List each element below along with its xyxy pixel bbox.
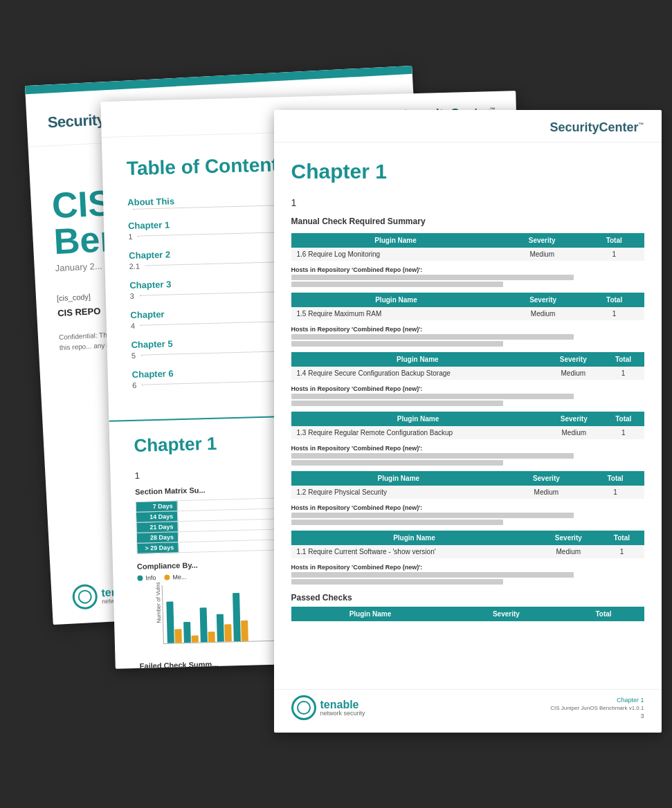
host-bar-2 bbox=[291, 334, 574, 340]
col-plugin-name: Plugin Name bbox=[291, 607, 450, 621]
plugin-table-6: Plugin Name Severity Total 1.1 Require C… bbox=[291, 531, 644, 558]
chart-y-label: Number of Vulns bbox=[154, 582, 162, 623]
plugin-table-5: Plugin Name Severity Total 1.2 Require P… bbox=[291, 471, 644, 499]
plugin-block-2: Plugin Name Severity Total 1.5 Require M… bbox=[291, 293, 644, 347]
footer-chapter: Chapter 1 bbox=[617, 697, 644, 704]
detail-tenable-inner-icon bbox=[297, 701, 311, 715]
legend-medium: Me... bbox=[164, 573, 186, 581]
detail-footer-right: Chapter 1 CIS Juniper JunOS Benchmark v1… bbox=[550, 697, 644, 719]
total-3: 1 bbox=[602, 367, 644, 380]
total-2: 1 bbox=[585, 307, 644, 320]
detail-body: Chapter 1 1 Manual Check Required Summar… bbox=[274, 143, 662, 641]
host-bar-6 bbox=[291, 572, 574, 578]
detail-chapter-title: Chapter 1 bbox=[291, 160, 644, 183]
host-bar-1 bbox=[291, 275, 574, 280]
host-bar-5 bbox=[291, 513, 574, 518]
legend-info: Info bbox=[137, 574, 156, 582]
detail-tenable-logo: tenable network security bbox=[291, 695, 365, 720]
manual-check-title: Manual Check Required Summary bbox=[291, 217, 644, 226]
host-label-5: Hosts in Repository 'Combined Repo (new)… bbox=[291, 504, 644, 511]
total-6: 1 bbox=[599, 545, 644, 558]
severity-5: Medium bbox=[506, 486, 586, 499]
col-severity: Severity bbox=[501, 293, 584, 307]
col-total: Total bbox=[587, 471, 644, 486]
host-label-2: Hosts in Repository 'Combined Repo (new)… bbox=[291, 326, 644, 333]
table-row: 1.2 Require Physical Security Medium 1 bbox=[291, 486, 644, 499]
col-plugin-name: Plugin Name bbox=[291, 293, 502, 307]
col-total: Total bbox=[603, 412, 644, 426]
host-bar-1b bbox=[291, 282, 503, 287]
severity-4: Medium bbox=[545, 426, 603, 439]
matrix-row-label: 7 Days bbox=[136, 501, 177, 513]
table-header-row: Plugin Name Severity Total bbox=[291, 412, 644, 426]
col-severity: Severity bbox=[500, 233, 584, 248]
host-bar-2b bbox=[291, 341, 503, 347]
severity-2: Medium bbox=[501, 307, 584, 320]
plugin-block-4: Plugin Name Severity Total 1.3 Require R… bbox=[291, 412, 644, 466]
detail-tenable-text-area: tenable network security bbox=[320, 699, 365, 717]
passed-title: Passed Checks bbox=[291, 593, 644, 603]
severity-6: Medium bbox=[537, 545, 599, 558]
plugin-name-3: 1.4 Require Secure Configuration Backup … bbox=[291, 367, 545, 380]
col-plugin-name: Plugin Name bbox=[291, 531, 538, 545]
col-plugin-name: Plugin Name bbox=[291, 352, 545, 367]
total-4: 1 bbox=[603, 426, 644, 439]
detail-sc-logo: SecurityCenter™ bbox=[550, 120, 644, 135]
table-row: 1.5 Require Maximum RAM Medium 1 bbox=[291, 307, 644, 320]
host-label-3: Hosts in Repository 'Combined Repo (new)… bbox=[291, 385, 644, 392]
detail-section-num: 1 bbox=[291, 197, 644, 208]
tenable-circle-icon bbox=[71, 584, 98, 610]
footer-doc-title: CIS Juniper JunOS Benchmark v1.0.1 bbox=[550, 705, 644, 711]
matrix-row-label: 21 Days bbox=[136, 522, 177, 533]
plugin-block-5: Plugin Name Severity Total 1.2 Require P… bbox=[291, 471, 644, 525]
table-header-row: Plugin Name Severity Total bbox=[291, 531, 644, 545]
detail-header: SecurityCenter™ bbox=[274, 110, 662, 143]
footer-page-num: 3 bbox=[640, 713, 644, 719]
col-severity: Severity bbox=[506, 471, 586, 486]
passed-table: Plugin Name Severity Total bbox=[291, 607, 644, 621]
detail-tenable-sub: network security bbox=[320, 710, 365, 717]
host-bar-3b bbox=[291, 401, 503, 406]
host-label-6: Hosts in Repository 'Combined Repo (new)… bbox=[291, 564, 644, 571]
col-severity: Severity bbox=[545, 412, 603, 426]
passed-section: Passed Checks Plugin Name Severity Total bbox=[291, 593, 644, 621]
plugin-table-1: Plugin Name Severity Total 1.6 Require L… bbox=[291, 233, 644, 261]
table-row: 1.4 Require Secure Configuration Backup … bbox=[291, 367, 644, 380]
report-scene: SecurityCenter™ CIS J Benc January 2... … bbox=[25, 41, 648, 767]
col-severity: Severity bbox=[537, 531, 599, 545]
plugin-name-6: 1.1 Require Current Software - 'show ver… bbox=[291, 545, 538, 558]
plugin-block-1: Plugin Name Severity Total 1.6 Require L… bbox=[291, 233, 644, 287]
tenable-inner-circle-icon bbox=[78, 589, 92, 604]
total-5: 1 bbox=[587, 486, 644, 499]
host-bar-4 bbox=[291, 453, 574, 459]
plugin-name-2: 1.5 Require Maximum RAM bbox=[291, 307, 502, 320]
plugin-name-1: 1.6 Require Log Monitoring bbox=[291, 248, 500, 261]
plugin-name-4: 1.3 Require Regular Remote Configuration… bbox=[291, 426, 545, 439]
host-bar-6b bbox=[291, 579, 503, 585]
col-plugin-name: Plugin Name bbox=[291, 412, 545, 426]
plugin-table-2: Plugin Name Severity Total 1.5 Require M… bbox=[291, 293, 644, 320]
plugin-block-3: Plugin Name Severity Total 1.4 Require S… bbox=[291, 352, 644, 406]
legend-medium-dot bbox=[164, 575, 170, 580]
table-row: 1.3 Require Regular Remote Configuration… bbox=[291, 426, 644, 439]
host-label-4: Hosts in Repository 'Combined Repo (new)… bbox=[291, 445, 644, 452]
plugin-table-3: Plugin Name Severity Total 1.4 Require S… bbox=[291, 352, 644, 380]
legend-info-dot bbox=[137, 576, 143, 581]
table-header-row: Plugin Name Severity Total bbox=[291, 471, 644, 486]
table-row: 1.6 Require Log Monitoring Medium 1 bbox=[291, 248, 644, 261]
plugin-table-4: Plugin Name Severity Total 1.3 Require R… bbox=[291, 412, 644, 439]
table-header-row: Plugin Name Severity Total bbox=[291, 293, 644, 307]
total-1: 1 bbox=[584, 248, 644, 261]
table-header-row: Plugin Name Severity Total bbox=[291, 352, 644, 367]
col-plugin-name: Plugin Name bbox=[291, 233, 500, 248]
detail-tenable-circle-icon bbox=[291, 695, 316, 720]
plugin-name-5: 1.2 Require Physical Security bbox=[291, 486, 507, 499]
severity-1: Medium bbox=[500, 248, 584, 261]
table-header-row: Plugin Name Severity Total bbox=[291, 233, 644, 248]
table-row: 1.1 Require Current Software - 'show ver… bbox=[291, 545, 644, 558]
col-severity: Severity bbox=[544, 352, 602, 367]
plugin-block-6: Plugin Name Severity Total 1.1 Require C… bbox=[291, 531, 644, 585]
host-label-1: Hosts in Repository 'Combined Repo (new)… bbox=[291, 266, 644, 273]
host-bar-4b bbox=[291, 460, 503, 466]
matrix-row-label: 14 Days bbox=[136, 511, 177, 523]
